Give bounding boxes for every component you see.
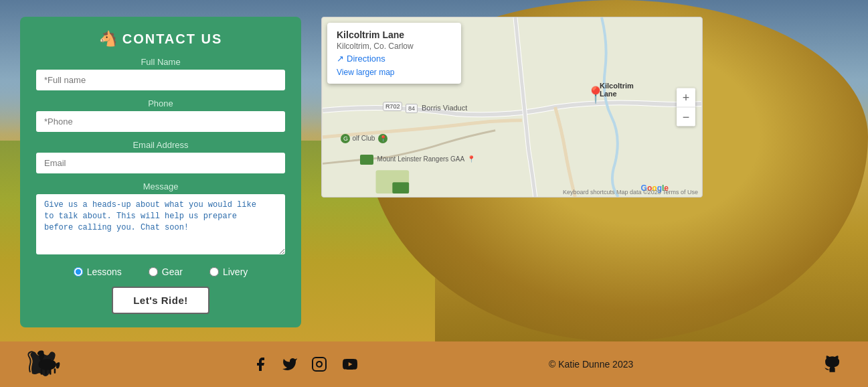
full-name-label: Full Name xyxy=(36,57,285,67)
footer-horse-logo xyxy=(27,348,63,380)
instagram-icon[interactable] xyxy=(311,356,327,372)
twitter-icon[interactable] xyxy=(282,356,298,372)
svg-rect-2 xyxy=(392,182,409,194)
map-golf-label: G olf Club 📍 xyxy=(341,134,387,143)
submit-button[interactable]: Let's Ride! xyxy=(112,287,209,314)
footer: © Katie Dunne 2023 xyxy=(0,341,868,387)
email-input[interactable] xyxy=(36,153,285,173)
view-larger-map-link[interactable]: View larger map xyxy=(337,68,452,77)
form-title: CONTACT US xyxy=(122,31,223,47)
footer-copyright: © Katie Dunne 2023 xyxy=(549,359,633,370)
map-zoom-out-button[interactable]: − xyxy=(677,108,695,127)
email-group: Email Address xyxy=(36,140,285,173)
youtube-icon[interactable] xyxy=(341,356,359,372)
radio-gear-input[interactable] xyxy=(149,267,158,277)
horse-icon: 🐴 xyxy=(99,30,117,48)
horse-svg-icon xyxy=(29,348,63,378)
svg-rect-7 xyxy=(46,370,48,375)
phone-group: Phone xyxy=(36,98,285,132)
github-icon[interactable] xyxy=(822,355,841,374)
radio-lessons-label: Lessons xyxy=(87,266,122,277)
radio-lessons-input[interactable] xyxy=(74,267,83,277)
map-road-badge: R702 xyxy=(383,102,403,111)
radio-livery-input[interactable] xyxy=(209,267,219,277)
svg-rect-10 xyxy=(313,358,326,371)
email-label: Email Address xyxy=(36,140,285,150)
map-location-sub: Kilcoltrim, Co. Carlow xyxy=(337,42,452,51)
message-textarea[interactable]: Give us a heads-up about what you would … xyxy=(36,194,285,254)
map-borris-label: 84 Borris Viaduct xyxy=(406,104,467,112)
map-kilcoltrim-label: KilcoltrimLane xyxy=(600,82,634,98)
map-rangers-label: Mount Leinster Rangers GAA 📍 xyxy=(360,155,476,165)
map-footer-text: Keyboard shortcuts Map data ©2023 Terms … xyxy=(563,189,698,196)
phone-label: Phone xyxy=(36,98,285,108)
radio-livery-label: Livery xyxy=(223,266,248,277)
map-location-name: Kilcoltrim Lane xyxy=(337,29,452,40)
radio-gear-label: Gear xyxy=(162,266,183,277)
svg-rect-9 xyxy=(54,368,56,374)
message-group: Message Give us a heads-up about what yo… xyxy=(36,181,285,257)
directions-arrow-icon: ↗ xyxy=(337,54,344,64)
contact-form-container: 🐴 CONTACT US Full Name Phone Email Addre… xyxy=(20,17,301,327)
map-zoom-in-button[interactable]: + xyxy=(677,88,695,107)
svg-rect-8 xyxy=(50,369,52,374)
main-content: 🐴 CONTACT US Full Name Phone Email Addre… xyxy=(0,0,868,341)
message-label: Message xyxy=(36,181,285,191)
map-container: Kilcoltrim Lane Kilcoltrim, Co. Carlow ↗… xyxy=(321,17,703,198)
directions-label: Directions xyxy=(347,54,385,64)
full-name-group: Full Name xyxy=(36,57,285,90)
form-header: 🐴 CONTACT US xyxy=(36,30,285,48)
phone-input[interactable] xyxy=(36,111,285,132)
radio-gear[interactable]: Gear xyxy=(149,266,183,277)
radio-group: Lessons Gear Livery xyxy=(36,266,285,277)
map-zoom-controls: + − xyxy=(677,88,695,127)
radio-livery[interactable]: Livery xyxy=(209,266,248,277)
full-name-input[interactable] xyxy=(36,70,285,90)
map-info-box: Kilcoltrim Lane Kilcoltrim, Co. Carlow ↗… xyxy=(327,23,461,84)
map-directions[interactable]: ↗ Directions xyxy=(337,54,452,64)
radio-lessons[interactable]: Lessons xyxy=(74,266,122,277)
footer-social xyxy=(252,356,359,372)
svg-rect-6 xyxy=(41,369,43,374)
facebook-icon[interactable] xyxy=(252,356,268,372)
